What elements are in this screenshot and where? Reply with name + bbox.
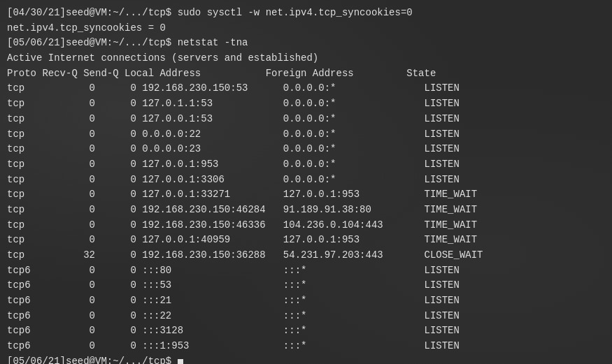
table-row: tcp6 0 0 :::80 :::* LISTEN (7, 263, 605, 279)
line-1: [04/30/21]seed@VM:~/.../tcp$ sudo sysctl… (7, 6, 605, 21)
table-row: tcp 0 0 127.0.0.1:33271 127.0.0.1:953 TI… (7, 187, 605, 203)
line-4: Active Internet connections (servers and… (7, 51, 605, 66)
table-row: tcp 0 0 0.0.0.0:22 0.0.0.0:* LISTEN (7, 127, 605, 143)
table-header: Proto Recv-Q Send-Q Local Address Foreig… (7, 66, 605, 82)
prompt-1: [04/30/21]seed@VM:~/.../tcp$ (7, 7, 171, 18)
table-row: tcp 32 0 192.168.230.150:36288 54.231.97… (7, 248, 605, 263)
table-row: tcp 0 0 192.168.230.150:46336 104.236.0.… (7, 218, 605, 233)
line-2: net.ipv4.tcp_syncookies = 0 (7, 21, 605, 36)
table-row: tcp 0 0 192.168.230.150:53 0.0.0.0:* LIS… (7, 81, 605, 96)
cursor (178, 359, 183, 365)
table-row: tcp 0 0 127.0.0.1:953 0.0.0.0:* LISTEN (7, 157, 605, 173)
prompt-path: /tcp$ (142, 356, 171, 364)
table-row: tcp 0 0 0.0.0.0:23 0.0.0.0:* LISTEN (7, 142, 605, 157)
cmd-2: netstat -tna (171, 37, 248, 48)
table-row: tcp6 0 0 :::21 :::* LISTEN (7, 293, 605, 309)
table-row: tcp 0 0 127.0.0.1:53 0.0.0.0:* LISTEN (7, 112, 605, 127)
table-row: tcp 0 0 127.0.0.1:3306 0.0.0.0:* LISTEN (7, 173, 605, 188)
last-prompt: [05/06/21]seed@VM:~/.../tcp$ (7, 354, 605, 364)
prompt-2: [05/06/21]seed@VM:~/.../tcp$ (7, 37, 171, 48)
table-row: tcp6 0 0 :::22 :::* LISTEN (7, 309, 605, 324)
table-row: tcp 0 0 127.0.1.1:53 0.0.0.0:* LISTEN (7, 96, 605, 112)
table-row: tcp 0 0 192.168.230.150:46284 91.189.91.… (7, 203, 605, 218)
prompt-3: [05/06/21]seed@VM:~/... (7, 356, 142, 364)
table-row: tcp 0 0 127.0.0.1:40959 127.0.0.1:953 TI… (7, 233, 605, 248)
table-row: tcp6 0 0 :::53 :::* LISTEN (7, 278, 605, 293)
table-row: tcp6 0 0 :::1:953 :::* LISTEN (7, 339, 605, 354)
terminal-window: [04/30/21]seed@VM:~/.../tcp$ sudo sysctl… (7, 6, 605, 364)
cmd-1: sudo sysctl -w net.ipv4.tcp_syncookies=0 (171, 7, 412, 18)
table-row: tcp6 0 0 :::3128 :::* LISTEN (7, 323, 605, 339)
line-3: [05/06/21]seed@VM:~/.../tcp$ netstat -tn… (7, 36, 605, 51)
